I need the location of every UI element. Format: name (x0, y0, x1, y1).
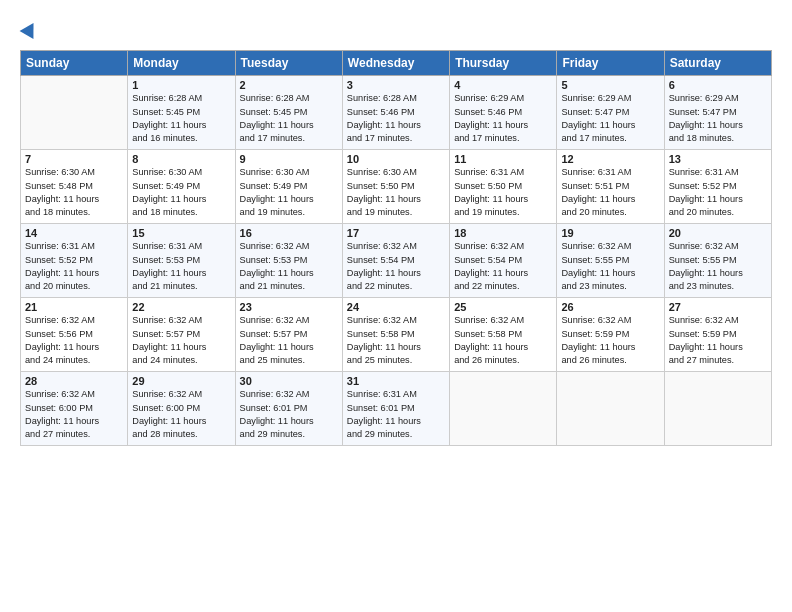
calendar-cell: 21Sunrise: 6:32 AM Sunset: 5:56 PM Dayli… (21, 298, 128, 372)
col-header-tuesday: Tuesday (235, 51, 342, 76)
day-number: 16 (240, 227, 338, 239)
day-info: Sunrise: 6:32 AM Sunset: 6:01 PM Dayligh… (240, 388, 338, 441)
calendar-cell (450, 372, 557, 446)
day-info: Sunrise: 6:30 AM Sunset: 5:48 PM Dayligh… (25, 166, 123, 219)
calendar-cell: 17Sunrise: 6:32 AM Sunset: 5:54 PM Dayli… (342, 224, 449, 298)
calendar-cell: 5Sunrise: 6:29 AM Sunset: 5:47 PM Daylig… (557, 76, 664, 150)
day-number: 12 (561, 153, 659, 165)
day-number: 5 (561, 79, 659, 91)
calendar-week-row: 1Sunrise: 6:28 AM Sunset: 5:45 PM Daylig… (21, 76, 772, 150)
day-number: 10 (347, 153, 445, 165)
day-number: 21 (25, 301, 123, 313)
day-number: 15 (132, 227, 230, 239)
day-info: Sunrise: 6:32 AM Sunset: 5:54 PM Dayligh… (347, 240, 445, 293)
calendar-cell: 12Sunrise: 6:31 AM Sunset: 5:51 PM Dayli… (557, 150, 664, 224)
day-info: Sunrise: 6:32 AM Sunset: 5:53 PM Dayligh… (240, 240, 338, 293)
day-info: Sunrise: 6:32 AM Sunset: 5:57 PM Dayligh… (240, 314, 338, 367)
day-number: 8 (132, 153, 230, 165)
calendar-week-row: 7Sunrise: 6:30 AM Sunset: 5:48 PM Daylig… (21, 150, 772, 224)
day-info: Sunrise: 6:32 AM Sunset: 5:54 PM Dayligh… (454, 240, 552, 293)
calendar-cell: 2Sunrise: 6:28 AM Sunset: 5:45 PM Daylig… (235, 76, 342, 150)
col-header-thursday: Thursday (450, 51, 557, 76)
day-info: Sunrise: 6:32 AM Sunset: 5:55 PM Dayligh… (561, 240, 659, 293)
calendar-cell: 30Sunrise: 6:32 AM Sunset: 6:01 PM Dayli… (235, 372, 342, 446)
calendar-cell: 14Sunrise: 6:31 AM Sunset: 5:52 PM Dayli… (21, 224, 128, 298)
calendar-cell: 19Sunrise: 6:32 AM Sunset: 5:55 PM Dayli… (557, 224, 664, 298)
day-number: 13 (669, 153, 767, 165)
calendar-cell: 9Sunrise: 6:30 AM Sunset: 5:49 PM Daylig… (235, 150, 342, 224)
calendar-cell: 25Sunrise: 6:32 AM Sunset: 5:58 PM Dayli… (450, 298, 557, 372)
logo-triangle-icon (20, 19, 41, 39)
day-number: 9 (240, 153, 338, 165)
calendar-cell: 8Sunrise: 6:30 AM Sunset: 5:49 PM Daylig… (128, 150, 235, 224)
day-info: Sunrise: 6:29 AM Sunset: 5:47 PM Dayligh… (561, 92, 659, 145)
day-number: 4 (454, 79, 552, 91)
day-number: 27 (669, 301, 767, 313)
col-header-sunday: Sunday (21, 51, 128, 76)
calendar-cell: 22Sunrise: 6:32 AM Sunset: 5:57 PM Dayli… (128, 298, 235, 372)
day-info: Sunrise: 6:30 AM Sunset: 5:49 PM Dayligh… (132, 166, 230, 219)
logo (20, 16, 38, 40)
day-info: Sunrise: 6:30 AM Sunset: 5:49 PM Dayligh… (240, 166, 338, 219)
day-info: Sunrise: 6:32 AM Sunset: 5:58 PM Dayligh… (454, 314, 552, 367)
calendar-cell: 10Sunrise: 6:30 AM Sunset: 5:50 PM Dayli… (342, 150, 449, 224)
calendar-cell: 24Sunrise: 6:32 AM Sunset: 5:58 PM Dayli… (342, 298, 449, 372)
day-number: 19 (561, 227, 659, 239)
calendar-cell: 18Sunrise: 6:32 AM Sunset: 5:54 PM Dayli… (450, 224, 557, 298)
day-info: Sunrise: 6:32 AM Sunset: 5:59 PM Dayligh… (561, 314, 659, 367)
day-info: Sunrise: 6:31 AM Sunset: 5:50 PM Dayligh… (454, 166, 552, 219)
day-info: Sunrise: 6:32 AM Sunset: 5:55 PM Dayligh… (669, 240, 767, 293)
day-number: 26 (561, 301, 659, 313)
calendar-table: SundayMondayTuesdayWednesdayThursdayFrid… (20, 50, 772, 446)
calendar-cell: 23Sunrise: 6:32 AM Sunset: 5:57 PM Dayli… (235, 298, 342, 372)
day-info: Sunrise: 6:28 AM Sunset: 5:45 PM Dayligh… (240, 92, 338, 145)
calendar-cell: 26Sunrise: 6:32 AM Sunset: 5:59 PM Dayli… (557, 298, 664, 372)
page-container: SundayMondayTuesdayWednesdayThursdayFrid… (0, 0, 792, 456)
calendar-cell (664, 372, 771, 446)
day-number: 11 (454, 153, 552, 165)
day-info: Sunrise: 6:32 AM Sunset: 6:00 PM Dayligh… (132, 388, 230, 441)
day-info: Sunrise: 6:28 AM Sunset: 5:45 PM Dayligh… (132, 92, 230, 145)
calendar-cell (557, 372, 664, 446)
day-number: 6 (669, 79, 767, 91)
day-info: Sunrise: 6:32 AM Sunset: 5:59 PM Dayligh… (669, 314, 767, 367)
day-info: Sunrise: 6:29 AM Sunset: 5:46 PM Dayligh… (454, 92, 552, 145)
calendar-cell: 1Sunrise: 6:28 AM Sunset: 5:45 PM Daylig… (128, 76, 235, 150)
col-header-friday: Friday (557, 51, 664, 76)
calendar-week-row: 21Sunrise: 6:32 AM Sunset: 5:56 PM Dayli… (21, 298, 772, 372)
col-header-saturday: Saturday (664, 51, 771, 76)
calendar-cell: 3Sunrise: 6:28 AM Sunset: 5:46 PM Daylig… (342, 76, 449, 150)
day-number: 2 (240, 79, 338, 91)
day-number: 7 (25, 153, 123, 165)
day-number: 30 (240, 375, 338, 387)
calendar-cell (21, 76, 128, 150)
calendar-cell: 16Sunrise: 6:32 AM Sunset: 5:53 PM Dayli… (235, 224, 342, 298)
day-info: Sunrise: 6:31 AM Sunset: 5:52 PM Dayligh… (25, 240, 123, 293)
day-number: 24 (347, 301, 445, 313)
calendar-cell: 13Sunrise: 6:31 AM Sunset: 5:52 PM Dayli… (664, 150, 771, 224)
day-number: 22 (132, 301, 230, 313)
day-number: 29 (132, 375, 230, 387)
day-info: Sunrise: 6:31 AM Sunset: 5:51 PM Dayligh… (561, 166, 659, 219)
calendar-cell: 7Sunrise: 6:30 AM Sunset: 5:48 PM Daylig… (21, 150, 128, 224)
day-info: Sunrise: 6:32 AM Sunset: 6:00 PM Dayligh… (25, 388, 123, 441)
calendar-cell: 29Sunrise: 6:32 AM Sunset: 6:00 PM Dayli… (128, 372, 235, 446)
day-number: 31 (347, 375, 445, 387)
calendar-cell: 27Sunrise: 6:32 AM Sunset: 5:59 PM Dayli… (664, 298, 771, 372)
calendar-cell: 6Sunrise: 6:29 AM Sunset: 5:47 PM Daylig… (664, 76, 771, 150)
calendar-cell: 11Sunrise: 6:31 AM Sunset: 5:50 PM Dayli… (450, 150, 557, 224)
calendar-cell: 28Sunrise: 6:32 AM Sunset: 6:00 PM Dayli… (21, 372, 128, 446)
calendar-week-row: 28Sunrise: 6:32 AM Sunset: 6:00 PM Dayli… (21, 372, 772, 446)
day-number: 23 (240, 301, 338, 313)
calendar-week-row: 14Sunrise: 6:31 AM Sunset: 5:52 PM Dayli… (21, 224, 772, 298)
calendar-header-row: SundayMondayTuesdayWednesdayThursdayFrid… (21, 51, 772, 76)
day-info: Sunrise: 6:31 AM Sunset: 5:53 PM Dayligh… (132, 240, 230, 293)
day-number: 25 (454, 301, 552, 313)
day-number: 14 (25, 227, 123, 239)
day-info: Sunrise: 6:29 AM Sunset: 5:47 PM Dayligh… (669, 92, 767, 145)
day-number: 1 (132, 79, 230, 91)
day-info: Sunrise: 6:32 AM Sunset: 5:58 PM Dayligh… (347, 314, 445, 367)
calendar-cell: 31Sunrise: 6:31 AM Sunset: 6:01 PM Dayli… (342, 372, 449, 446)
day-info: Sunrise: 6:30 AM Sunset: 5:50 PM Dayligh… (347, 166, 445, 219)
day-info: Sunrise: 6:32 AM Sunset: 5:57 PM Dayligh… (132, 314, 230, 367)
